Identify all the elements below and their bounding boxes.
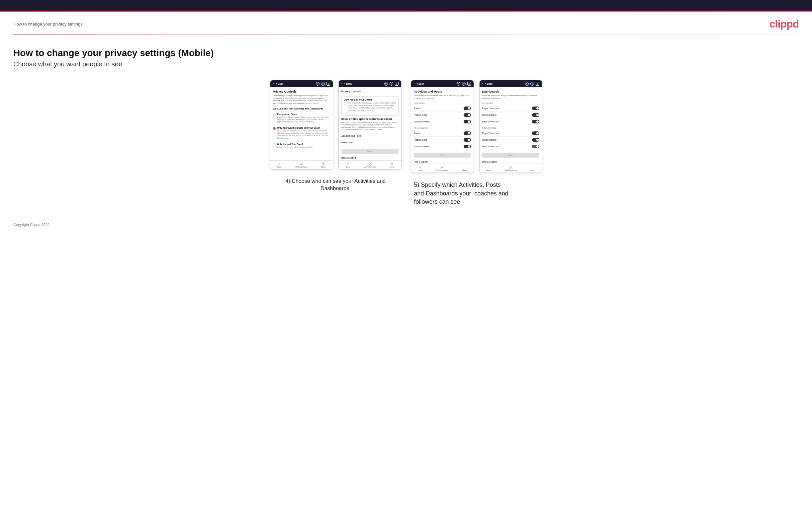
manual-label-coaches: Manual Activities <box>414 120 430 123</box>
nav-menu-1[interactable]: ☰ Menu <box>321 162 326 168</box>
radio-everyone-text: Everyone on Clippd Everyone on Clippd ca… <box>277 113 330 123</box>
phone-screen-3: ‹ < Back 🔍 👤 ⊕ Activities and Posts Sele… <box>411 80 474 173</box>
toggle-round-insights-followers-switch[interactable] <box>532 138 539 142</box>
menu-icon-4: ☰ <box>531 166 534 169</box>
phone-content-4: Dashboards Select the dashboards that yo… <box>479 87 542 164</box>
nav-performance-1[interactable]: 📈 My Performance <box>296 162 308 168</box>
search-icon-3[interactable]: 🔍 <box>457 82 460 86</box>
performance-icon-3: 📈 <box>440 166 444 169</box>
user-icon-1[interactable]: 👤 <box>321 82 325 86</box>
home-icon-1: ⌂ <box>278 162 280 166</box>
manual-label-followers: Manual Activities <box>414 145 430 148</box>
popup-radio-dot <box>344 102 346 105</box>
toggle-rounds-followers-switch[interactable] <box>464 131 471 135</box>
who-can-see-title: Who Can See Your Activities and Dashboar… <box>273 108 330 110</box>
settings-icon-1[interactable]: ⊕ <box>326 82 330 86</box>
toggle-rounds-followers[interactable]: Rounds <box>414 130 471 137</box>
toggle-drills-followers-switch[interactable] <box>464 138 471 142</box>
save-btn-4[interactable]: Save <box>482 153 539 158</box>
toggle-player-dash-followers[interactable]: Player Dashboard <box>482 130 539 137</box>
toggle-round-insights-coaches[interactable]: Round Insights <box>482 112 539 118</box>
top-bar <box>0 0 812 12</box>
coaches-label-4: COACHES <box>482 102 539 104</box>
toggle-what-to-work-followers[interactable]: What To Work On <box>482 143 539 150</box>
toggle-drills-followers[interactable]: Practice Drills <box>414 137 471 143</box>
radio-everyone-title: Everyone on Clippd <box>277 113 330 115</box>
copyright-text: Copyright Clippd 2022 <box>13 223 49 227</box>
performance-icon-1: 📈 <box>300 162 303 166</box>
nav-menu-4[interactable]: ☰ Menu <box>531 166 535 171</box>
settings-icon-4[interactable]: ⊕ <box>536 82 539 86</box>
search-icon-2[interactable]: 🔍 <box>384 82 388 86</box>
menu-label-3: Menu <box>462 169 467 171</box>
toggle-rounds-coaches[interactable]: Rounds <box>414 105 471 112</box>
radio-everyone[interactable]: Everyone on Clippd Everyone on Clippd ca… <box>273 111 330 125</box>
toggle-drills-coaches-switch[interactable] <box>464 113 471 117</box>
topbar-icons-3: 🔍 👤 ⊕ <box>457 82 471 86</box>
screenshots-grid: ‹ < Back 🔍 👤 ⊕ Privacy Controls Control … <box>13 80 799 206</box>
toggle-what-to-work-followers-switch[interactable] <box>532 145 539 148</box>
user-icon-2[interactable]: 👤 <box>390 82 393 86</box>
toggle-manual-coaches-switch[interactable] <box>464 120 471 123</box>
toggle-manual-followers-switch[interactable] <box>464 145 471 148</box>
toggle-rounds-coaches-switch[interactable] <box>464 107 471 110</box>
topbar-icons-4: 🔍 👤 ⊕ <box>525 82 539 86</box>
chevron-left-icon-3: ‹ <box>414 82 415 85</box>
nav-home-3[interactable]: ⌂ Home <box>418 166 422 171</box>
toggle-player-dash-coaches-switch[interactable] <box>532 107 539 110</box>
toggle-what-to-work-coaches-switch[interactable] <box>532 120 539 123</box>
radio-approved-desc: Only approved followers and coaches you … <box>277 130 330 139</box>
settings-icon-2[interactable]: ⊕ <box>395 82 399 86</box>
dashboards-desc: Select the dashboards that you'd like to… <box>482 95 539 100</box>
toggle-drills-coaches[interactable]: Practice Drills <box>414 112 471 118</box>
home-label-1: Home <box>277 166 281 168</box>
radio-only-you[interactable]: Only You and Your Coach Only you and the… <box>273 141 330 150</box>
activities-label: Activities and Posts <box>341 135 362 137</box>
popup-radio-row: Only you and the coaches you connect wit… <box>344 102 396 112</box>
menu-dashboards[interactable]: Dashboards › <box>341 139 399 146</box>
home-icon-2: ⌂ <box>347 162 348 166</box>
privacy-tab[interactable]: Privacy Controls <box>341 90 361 94</box>
nav-performance-4[interactable]: 📈 My Performance <box>505 166 517 171</box>
nav-menu-2[interactable]: ☰ Menu <box>390 162 394 168</box>
radio-dot-approved <box>273 127 276 130</box>
phone-back-3[interactable]: ‹ < Back <box>414 82 424 85</box>
performance-label-1: My Performance <box>296 166 308 168</box>
save-btn-2[interactable]: Save <box>341 149 399 154</box>
menu-activities[interactable]: Activities and Posts › <box>341 133 399 139</box>
search-icon-1[interactable]: 🔍 <box>316 82 319 86</box>
back-label-4: < Back <box>485 82 493 85</box>
performance-label-3: My Performance <box>437 169 449 171</box>
phone-back-1[interactable]: ‹ < Back <box>273 82 283 85</box>
phone-back-2[interactable]: ‹ < Back <box>341 82 352 85</box>
radio-approved[interactable]: Only Approved Followers and Your Coach O… <box>273 125 330 141</box>
main-content: How to change your privacy settings (Mob… <box>0 35 812 216</box>
activities-title: Activities and Posts <box>414 90 471 93</box>
screenshot-group-1: ‹ < Back 🔍 👤 ⊕ Privacy Controls Control … <box>270 80 402 192</box>
screenshot-group-2: ‹ < Back 🔍 👤 ⊕ Activities and Posts Sele… <box>411 80 542 206</box>
toggle-player-dash-coaches[interactable]: Player Dashboard <box>482 105 539 112</box>
radio-only-you-text: Only You and Your Coach Only you and the… <box>277 143 314 148</box>
nav-home-4[interactable]: ⌂ Home <box>486 166 491 171</box>
nav-performance-3[interactable]: 📈 My Performance <box>437 166 449 171</box>
toggle-round-insights-coaches-switch[interactable] <box>532 113 539 117</box>
toggle-manual-followers[interactable]: Manual Activities <box>414 143 471 150</box>
menu-label-2: Menu <box>390 166 394 168</box>
save-btn-3[interactable]: Save <box>414 153 471 158</box>
phone-screen-4: ‹ < Back 🔍 👤 ⊕ Dashboards Select the das… <box>479 80 542 173</box>
phone-back-4[interactable]: ‹ < Back <box>482 82 493 85</box>
search-icon-4[interactable]: 🔍 <box>525 82 529 86</box>
rounds-label-coaches: Rounds <box>414 107 421 110</box>
nav-home-2[interactable]: ⌂ Home <box>345 162 350 168</box>
toggle-player-dash-followers-switch[interactable] <box>532 131 539 135</box>
toggle-what-to-work-coaches[interactable]: What To Work On <box>482 118 539 125</box>
nav-performance-2[interactable]: 📈 My Performance <box>364 162 376 168</box>
toggle-manual-coaches[interactable]: Manual Activities <box>414 118 471 125</box>
toggle-round-insights-followers[interactable]: Round Insights <box>482 137 539 143</box>
user-icon-4[interactable]: 👤 <box>530 82 534 86</box>
menu-label-1: Menu <box>321 166 326 168</box>
nav-menu-3[interactable]: ☰ Menu <box>462 166 467 171</box>
nav-home-1[interactable]: ⌂ Home <box>277 162 281 168</box>
user-icon-3[interactable]: 👤 <box>462 82 466 86</box>
settings-icon-3[interactable]: ⊕ <box>467 82 471 86</box>
